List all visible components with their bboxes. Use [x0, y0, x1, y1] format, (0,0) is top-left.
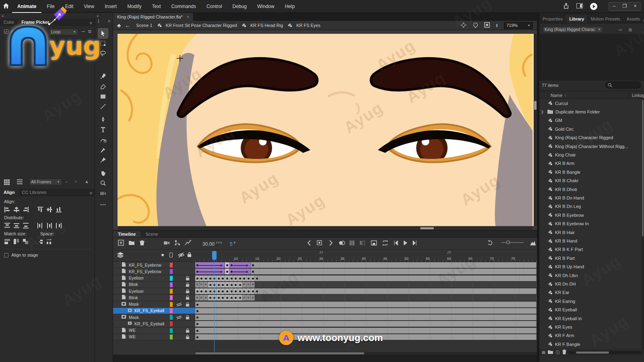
- layer-row-we[interactable]: WE: [113, 327, 195, 334]
- distribute-left-icon[interactable]: [37, 222, 43, 230]
- layer-frames-row[interactable]: [195, 262, 537, 268]
- edit-symbols-icon[interactable]: ♣: [117, 22, 121, 29]
- keyframe-cell[interactable]: [221, 282, 225, 288]
- keyframe-cell[interactable]: [251, 282, 255, 288]
- distribute-hcenter-icon[interactable]: [46, 222, 53, 230]
- timeline-tab-timeline[interactable]: Timeline: [113, 231, 140, 237]
- layer-frames-row[interactable]: [195, 294, 537, 301]
- menu-modify[interactable]: Modify: [122, 0, 147, 13]
- library-item-name[interactable]: KR Eyeball In: [555, 316, 582, 321]
- layer-frames-row[interactable]: [195, 288, 537, 294]
- more-tool[interactable]: [98, 200, 108, 210]
- keyframe-cell[interactable]: [208, 276, 213, 281]
- layer-frames-row[interactable]: [195, 275, 537, 282]
- static-frame-span[interactable]: [251, 269, 537, 274]
- lock-column-icon[interactable]: [187, 252, 192, 258]
- layer-name[interactable]: KR_FS_Eyeball: [134, 321, 164, 326]
- menu-insert[interactable]: Insert: [99, 0, 122, 13]
- static-frame-span[interactable]: [195, 334, 537, 340]
- static-frame-span[interactable]: [195, 302, 537, 307]
- library-item[interactable]: KR B Eyebrow In: [539, 220, 642, 228]
- static-frame-span[interactable]: [195, 328, 537, 333]
- layer-row-kr_fs_eyebrow[interactable]: KR_FS_Eyebrow: [113, 262, 195, 268]
- play-icon[interactable]: [402, 240, 409, 247]
- layer-outline-color-swatch[interactable]: [170, 295, 173, 300]
- zoom-spinner[interactable]: ▲▼: [495, 23, 498, 27]
- layer-hidden-icon[interactable]: [176, 315, 182, 321]
- keyframe-cell[interactable]: [242, 295, 247, 300]
- layer-lock-icon[interactable]: [186, 295, 190, 301]
- timeline-tab-scene[interactable]: Scene: [140, 231, 163, 237]
- menu-view[interactable]: View: [78, 0, 99, 13]
- keyframe-cell[interactable]: [246, 288, 251, 294]
- align-bottom-icon[interactable]: [56, 206, 62, 214]
- keyframe-cell[interactable]: [208, 288, 213, 294]
- copy-icon[interactable]: ⧉: [88, 29, 91, 34]
- keyframe-cell[interactable]: [229, 295, 234, 300]
- clip-content-icon[interactable]: [484, 22, 490, 29]
- layer-name[interactable]: Blink: [129, 282, 138, 287]
- pin-library-icon[interactable]: ⊸: [618, 27, 622, 33]
- layer-hidden-icon[interactable]: [176, 302, 182, 308]
- align-vcenter-icon[interactable]: [46, 206, 53, 214]
- document-tab[interactable]: King (Raja) Rigged Character.fla* ×: [113, 13, 194, 21]
- keyframe-cell[interactable]: [204, 288, 208, 294]
- tools-menu-icon[interactable]: ≡: [108, 19, 110, 23]
- stage-canvas[interactable]: [113, 30, 537, 230]
- asset-warp-tool[interactable]: [98, 135, 108, 145]
- static-frame-span[interactable]: [195, 315, 537, 320]
- eraser-tool[interactable]: [98, 81, 108, 92]
- layer-name[interactable]: Eyeliser: [129, 276, 144, 280]
- distribute-top-icon[interactable]: [4, 222, 10, 230]
- breadcrumb-kr-fs-eyes[interactable]: KR FS Eyes: [295, 23, 322, 28]
- library-item[interactable]: KR B Eyebrow: [539, 211, 642, 219]
- library-search-field[interactable]: [605, 82, 641, 88]
- outline-column-icon[interactable]: [169, 253, 173, 257]
- align-left-icon[interactable]: [4, 206, 10, 214]
- frames-grid[interactable]: [195, 262, 537, 340]
- library-vscrollbar[interactable]: [642, 99, 644, 349]
- library-item[interactable]: KR B Part: [539, 254, 642, 262]
- library-item[interactable]: KR Dn DH: [539, 280, 642, 288]
- text-tool[interactable]: [98, 124, 108, 135]
- keyframe-cell[interactable]: [195, 276, 200, 281]
- layer-lock-icon[interactable]: [186, 335, 190, 340]
- camera-tool[interactable]: [98, 188, 108, 198]
- new-folder-icon[interactable]: [548, 350, 553, 355]
- layer-name[interactable]: Mask: [129, 302, 139, 306]
- size-plus-icon[interactable]: ▲: [85, 179, 89, 184]
- layer-row-blink[interactable]: Blink: [113, 282, 195, 288]
- library-item[interactable]: KR Earing: [539, 297, 642, 305]
- layer-outline-color-swatch[interactable]: [170, 289, 173, 294]
- new-layer-icon[interactable]: [118, 240, 124, 247]
- layer-row-kr_fs_eyeball[interactable]: KR_FS_Eyeball: [113, 308, 195, 314]
- layer-row-blink[interactable]: Blink: [113, 294, 195, 301]
- collapse-tools-icon[interactable]: «: [95, 13, 113, 19]
- layer-outline-color-swatch[interactable]: [170, 282, 173, 287]
- pin-tool[interactable]: [98, 155, 108, 165]
- new-folder-icon[interactable]: [128, 240, 135, 247]
- free-transform-tool[interactable]: [98, 38, 108, 49]
- keyframe-cell[interactable]: [251, 295, 255, 300]
- keyframe-cell[interactable]: [217, 282, 221, 288]
- size-slider-knob[interactable]: ○: [74, 179, 77, 184]
- library-item[interactable]: KR Ear: [539, 288, 642, 297]
- library-item[interactable]: KR Eyeball In: [539, 314, 642, 323]
- menu-text[interactable]: Text: [147, 0, 166, 13]
- layer-row-kr_fs_eyebrow[interactable]: KR_FS_Eyebrow: [113, 268, 195, 275]
- restore-button[interactable]: ❐: [619, 2, 630, 10]
- library-item[interactable]: KR B Dn Leg: [539, 202, 642, 211]
- library-item[interactable]: KR B Chakr: [539, 177, 642, 185]
- library-item[interactable]: KR F Arm: [539, 331, 642, 340]
- layer-lock-icon[interactable]: [186, 276, 190, 282]
- layer-frames-row[interactable]: [195, 301, 537, 308]
- keyframe-cell[interactable]: [225, 288, 229, 294]
- keyframe-cell[interactable]: [204, 282, 208, 288]
- step-forward-icon[interactable]: [412, 240, 418, 247]
- library-item[interactable]: KR B Up Hand: [539, 263, 642, 271]
- static-frame-span[interactable]: [251, 262, 537, 268]
- rectangle-tool[interactable]: [98, 91, 108, 102]
- keyframe-cell[interactable]: [238, 295, 242, 300]
- library-item[interactable]: KR B K F Part: [539, 245, 642, 254]
- library-item[interactable]: KR B Dn Hand: [539, 193, 642, 202]
